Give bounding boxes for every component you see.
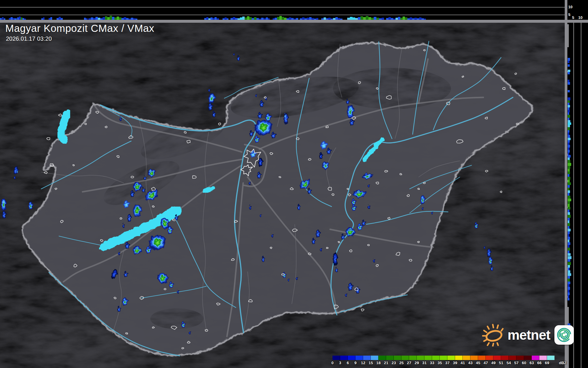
radar-echo — [207, 103, 212, 110]
radar-echo — [283, 113, 286, 117]
radar-echo — [258, 213, 261, 216]
legend-cell — [539, 356, 547, 360]
legend-tick: 3 — [339, 361, 341, 365]
timestamp: 2026.01.17 03:20 — [6, 35, 52, 42]
legend-cell — [493, 356, 501, 360]
radar-echo — [371, 258, 374, 261]
radar-echo — [345, 99, 349, 103]
radar-echo — [175, 289, 178, 292]
page-title: Magyar Kompozit CMax / VMax — [5, 22, 154, 34]
legend-cell — [363, 356, 371, 360]
radar-echo — [122, 200, 129, 207]
radar-echo — [142, 175, 146, 179]
radar-echo — [116, 306, 120, 311]
radar-echo — [340, 234, 344, 238]
radar-echo — [430, 210, 432, 213]
radar-echo — [187, 330, 190, 333]
radar-echo — [232, 52, 234, 54]
legend-cell — [394, 356, 401, 360]
radar-echo — [485, 248, 490, 256]
radar-echo — [166, 226, 172, 233]
radar-echo — [253, 136, 259, 142]
radar-echo — [489, 265, 493, 270]
legend-tick: 35 — [437, 361, 442, 365]
legend-cell — [378, 356, 386, 360]
radar-echo — [260, 256, 264, 261]
legend-cell — [432, 356, 440, 360]
radar-echo — [256, 172, 260, 178]
legend-tick: 9 — [354, 361, 357, 365]
legend-cell — [340, 356, 348, 360]
radar-echo — [366, 183, 369, 186]
radar-viewer: Magyar Kompozit CMax / VMax 2026.01.17 0… — [0, 0, 588, 368]
radar-echo — [173, 215, 177, 219]
legend-tick: 18 — [376, 361, 381, 365]
radar-echo — [248, 130, 253, 135]
radar-echo — [350, 205, 355, 210]
legend-tick: 69 — [545, 361, 549, 365]
legend-tick: 39 — [453, 361, 457, 365]
radar-echo — [27, 202, 32, 209]
legend-cell — [547, 356, 555, 360]
legend-cell — [386, 356, 394, 360]
radar-echo — [343, 292, 346, 296]
radar-echo — [257, 158, 262, 166]
legend-cell — [348, 356, 355, 360]
legend-cell — [478, 356, 486, 360]
radar-echo — [318, 247, 321, 250]
radar-map-canvas — [0, 0, 588, 368]
radar-echo — [355, 223, 362, 229]
radar-echo — [319, 141, 327, 148]
right-strip-height-label-5: 5 — [572, 15, 574, 20]
top-profile-strip — [0, 0, 565, 20]
radar-echo — [247, 180, 250, 184]
radar-echo — [121, 297, 127, 305]
radar-echo — [140, 187, 144, 191]
legend-cell — [417, 356, 424, 360]
legend-tick: 51 — [499, 361, 503, 365]
legend-cell — [409, 356, 417, 360]
spiral-icon — [556, 327, 572, 343]
legend-tick: 27 — [407, 361, 411, 365]
radar-echo — [121, 223, 124, 227]
lake-kis-balaton — [101, 247, 105, 248]
legend-cell — [509, 356, 516, 360]
radar-echo — [270, 233, 273, 236]
radar-echo — [482, 245, 485, 248]
map-area — [0, 23, 575, 368]
radar-echo — [144, 246, 151, 252]
legend-tick: 23 — [391, 361, 396, 365]
radar-echo — [167, 282, 173, 287]
legend-cell — [424, 356, 432, 360]
radar-echo — [211, 111, 215, 116]
top-strip-height-label-10: 10 — [568, 5, 572, 9]
metnet-logo: metnet — [480, 323, 574, 346]
legend-cell — [355, 356, 363, 360]
legend-tick: 47 — [483, 361, 488, 365]
metnet-app-icon — [554, 325, 574, 345]
legend-tick: 33 — [430, 361, 434, 365]
legend-tick: 41 — [460, 361, 465, 365]
legend-tick: 21 — [384, 361, 388, 365]
radar-echo — [325, 148, 330, 153]
radar-echo — [360, 220, 365, 225]
legend-cell — [371, 356, 378, 360]
legend-tick: 31 — [422, 361, 426, 365]
radar-echo — [269, 132, 275, 137]
reflectivity-legend: 0369121518212325272931333537394143454749… — [332, 356, 574, 366]
sun-icon — [480, 323, 507, 346]
legend-cell — [486, 356, 493, 360]
logo-wordmark: metnet — [508, 327, 550, 343]
radar-echo — [256, 112, 261, 117]
radar-echo — [334, 267, 337, 271]
radar-echo — [180, 321, 185, 327]
radar-echo — [116, 251, 119, 254]
radar-echo — [350, 199, 355, 204]
radar-echo — [318, 152, 322, 158]
radar-echo — [473, 222, 477, 228]
radar-echo — [286, 277, 289, 280]
legend-tick: 66 — [537, 361, 541, 365]
radar-echo — [254, 93, 256, 96]
legend-tick: 0 — [331, 361, 334, 365]
radar-echo — [258, 100, 263, 106]
